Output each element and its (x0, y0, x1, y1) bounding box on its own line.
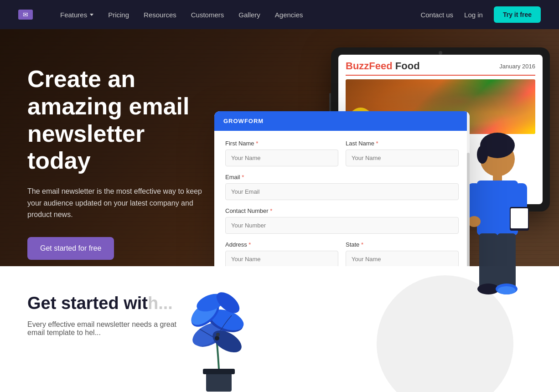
address-required: * (248, 241, 251, 248)
contact-us-link[interactable]: Contact us (420, 11, 453, 19)
newsletter-brand: BuzzFeed Food (346, 60, 420, 72)
nav-customers[interactable]: Customers (191, 11, 224, 19)
svg-rect-23 (511, 208, 528, 228)
person-svg (463, 116, 532, 366)
form-row-name: First Name * Last Name * (225, 140, 459, 166)
svg-rect-18 (468, 183, 481, 220)
navbar: Features Pricing Resources Customers Gal… (0, 0, 559, 29)
form-company-name: GROWFORM (223, 118, 264, 124)
person-character (463, 116, 532, 366)
form-modal: GROWFORM First Name * Last Name * (214, 111, 470, 266)
email-required: * (242, 174, 244, 181)
svg-rect-25 (497, 233, 516, 288)
hero-content: Create an amazing email newsletter today… (0, 29, 237, 260)
nav-right: Contact us Log in Try it free (420, 6, 541, 23)
buzzfeed-buzz: BuzzFeed (346, 60, 393, 72)
form-group-first-name: First Name * (225, 140, 338, 166)
state-required: * (361, 241, 363, 248)
hero-subtitle: The email newsletter is the most effecti… (27, 186, 210, 221)
white-section: Get started with... Every effective emai… (0, 266, 559, 392)
email-label: Email * (225, 174, 459, 181)
nav-resources[interactable]: Resources (144, 11, 176, 19)
state-input[interactable] (346, 251, 459, 266)
first-name-input[interactable] (225, 150, 338, 166)
logo[interactable] (18, 10, 33, 20)
newsletter-date: January 2016 (499, 63, 535, 70)
form-scrollbar-thumb (467, 153, 470, 266)
first-name-required: * (256, 140, 258, 147)
plant-svg (173, 275, 264, 392)
nav-links: Features Pricing Resources Customers Gal… (60, 11, 420, 19)
contact-required: * (270, 207, 272, 214)
nav-features[interactable]: Features (60, 11, 93, 19)
contact-input[interactable] (225, 217, 459, 234)
plant-decoration (173, 275, 264, 392)
form-group-contact: Contact Number * (225, 207, 459, 234)
form-row-contact: Contact Number * (225, 207, 459, 234)
form-header: GROWFORM (214, 111, 470, 131)
newsletter-header: BuzzFeed Food January 2016 (346, 60, 535, 76)
first-name-label: First Name * (225, 140, 338, 147)
nav-gallery[interactable]: Gallery (238, 11, 260, 19)
svg-point-20 (468, 216, 481, 227)
form-group-last-name: Last Name * (346, 140, 459, 166)
address-input[interactable] (225, 251, 338, 266)
svg-point-12 (216, 333, 220, 336)
try-free-button[interactable]: Try it free (494, 6, 541, 23)
contact-label: Contact Number * (225, 207, 459, 214)
nav-agencies[interactable]: Agencies (275, 11, 303, 19)
svg-point-15 (477, 145, 488, 164)
form-group-email: Email * (225, 174, 459, 200)
buzzfeed-food: Food (395, 60, 420, 72)
svg-point-28 (497, 286, 516, 294)
form-scrollbar (467, 111, 470, 266)
state-label: State * (346, 241, 459, 248)
form-row-email: Email * (225, 174, 459, 200)
form-group-address: Address * (225, 241, 338, 266)
form-body: First Name * Last Name * Email (214, 131, 470, 266)
form-group-state: State * (346, 241, 459, 266)
svg-rect-1 (203, 369, 235, 374)
svg-point-11 (215, 336, 219, 340)
hero-title: Create an amazing email newsletter today (27, 66, 210, 175)
email-input[interactable] (225, 183, 459, 200)
address-label: Address * (225, 241, 338, 248)
last-name-input[interactable] (346, 150, 459, 166)
last-name-required: * (376, 140, 378, 147)
tablet-camera (439, 51, 442, 55)
svg-rect-24 (479, 233, 497, 288)
features-dropdown-icon (90, 14, 93, 16)
hero-cta-button[interactable]: Get started for free (27, 237, 114, 260)
form-row-address: Address * State * (225, 241, 459, 266)
login-link[interactable]: Log in (464, 11, 483, 19)
logo-icon (18, 10, 33, 20)
last-name-label: Last Name * (346, 140, 459, 147)
nav-pricing[interactable]: Pricing (108, 11, 129, 19)
